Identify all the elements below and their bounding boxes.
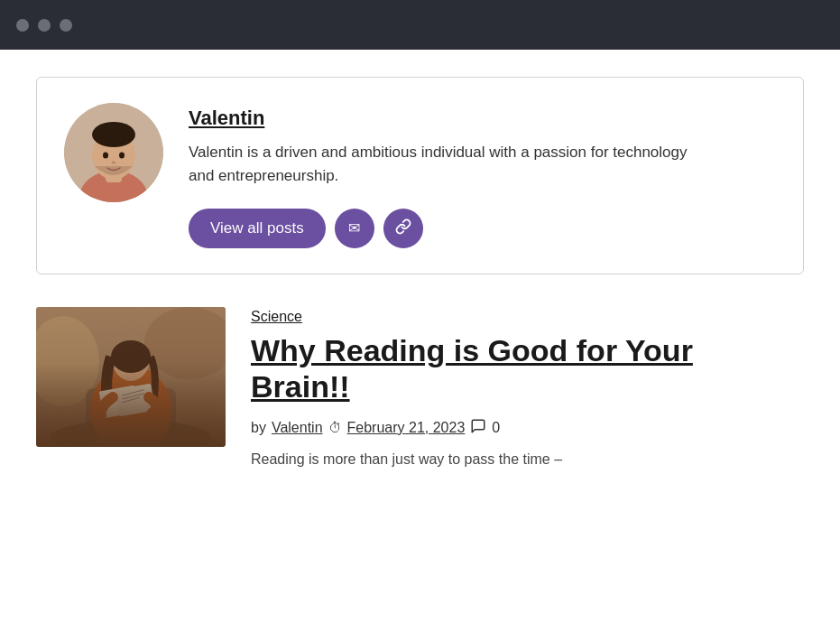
titlebar [0,0,840,50]
svg-point-8 [112,162,116,164]
svg-point-7 [119,153,125,159]
svg-line-21 [122,397,140,402]
svg-point-6 [103,153,108,159]
svg-point-12 [50,420,212,447]
svg-point-14 [90,366,171,447]
author-actions: View all posts ✉ [189,209,776,248]
titlebar-dot-1 [16,19,29,32]
post-meta-date[interactable]: February 21, 2023 [347,420,466,436]
post-thumbnail [36,307,226,447]
avatar [64,103,163,202]
svg-line-20 [122,393,144,398]
email-button[interactable]: ✉ [335,209,374,248]
post-info: Science Why Reading is Good for Your Bra… [251,307,804,471]
post-meta: by Valentin ⏱ February 21, 2023 0 [251,418,804,437]
post-thumbnail-image [36,307,226,447]
author-card: Valentin Valentin is a driven and ambiti… [36,77,804,274]
author-info: Valentin Valentin is a driven and ambiti… [189,103,776,248]
post-card: Science Why Reading is Good for Your Bra… [36,307,804,471]
clock-icon: ⏱ [328,420,342,435]
author-name[interactable]: Valentin [189,107,264,130]
svg-rect-18 [115,383,156,415]
author-bio: Valentin is a driven and ambitious indiv… [189,141,712,189]
link-button[interactable] [383,209,423,248]
view-all-posts-button[interactable]: View all posts [189,209,326,248]
comment-count: 0 [492,420,500,436]
post-excerpt: Reading is more than just way to pass th… [251,448,804,471]
titlebar-dot-3 [60,19,72,32]
svg-line-19 [122,389,144,395]
post-category[interactable]: Science [251,309,302,325]
by-label: by [251,420,266,436]
svg-point-5 [94,128,134,146]
svg-rect-22 [36,307,226,447]
post-meta-author[interactable]: Valentin [272,420,323,436]
titlebar-dot-2 [38,19,51,32]
post-title[interactable]: Why Reading is Good for Your Brain!! [251,332,756,406]
svg-rect-13 [86,388,176,442]
svg-rect-17 [99,385,140,417]
email-icon: ✉ [348,219,360,237]
link-icon [395,218,411,238]
comment-icon [470,418,486,437]
main-content: Valentin Valentin is a driven and ambiti… [0,50,840,632]
